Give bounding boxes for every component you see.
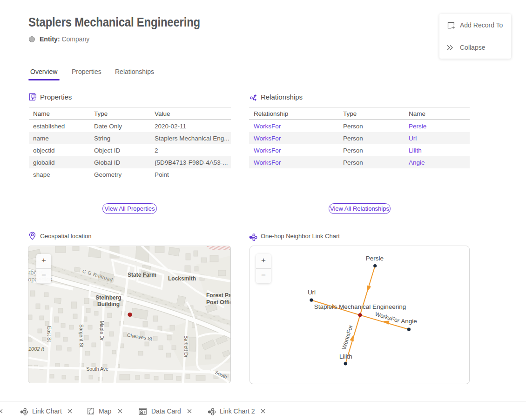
svg-text:Persie: Persie: [366, 255, 384, 262]
svg-text:Maple Dr: Maple Dr: [99, 321, 105, 341]
svg-text:Post Offic: Post Offic: [206, 299, 231, 306]
svg-text:State Farm: State Farm: [128, 272, 156, 278]
svg-text:1002 ft: 1002 ft: [28, 346, 45, 352]
svg-text:Locksmith: Locksmith: [168, 275, 196, 282]
svg-text:Building: Building: [97, 301, 120, 307]
svg-text:Angie: Angie: [401, 318, 417, 325]
svg-text:East St: East St: [47, 326, 52, 342]
svg-text:Uri: Uri: [308, 289, 316, 296]
svg-text:Lilith: Lilith: [339, 353, 352, 360]
svg-text:Bartlett Dr: Bartlett Dr: [183, 335, 189, 358]
svg-text:Forest Par: Forest Par: [206, 292, 231, 299]
svg-text:Staplers Mechanical Engineerin: Staplers Mechanical Engineering: [314, 303, 406, 310]
svg-text:Steinberg: Steinberg: [95, 294, 121, 301]
svg-text:Sargent St: Sargent St: [79, 324, 84, 347]
svg-text:South Ave: South Ave: [86, 366, 108, 372]
